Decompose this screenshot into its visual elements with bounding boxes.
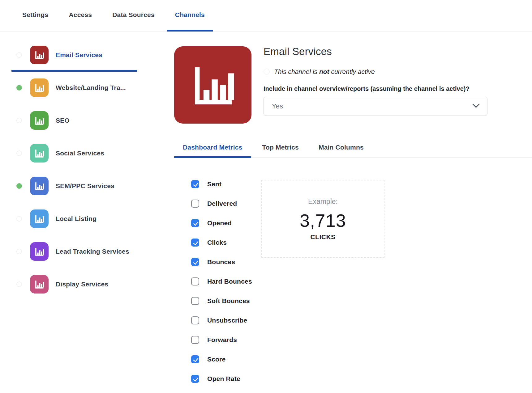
sidebar-item-local-listing[interactable]: Local Listing	[0, 202, 145, 235]
metrics-tab-bar: Dashboard Metrics Top Metrics Main Colum…	[174, 138, 532, 158]
metric-row-sent[interactable]: Sent	[191, 180, 252, 200]
bar-chart-icon	[30, 78, 49, 97]
channel-label: Website/Landing Tra...	[56, 84, 126, 91]
sidebar-item-lead-tracking-services[interactable]: Lead Tracking Services	[0, 235, 145, 268]
channel-detail-header: Email Services This channel is not curre…	[264, 46, 489, 116]
checkbox[interactable]	[191, 316, 199, 324]
metric-row-forwards[interactable]: Forwards	[191, 336, 252, 355]
example-heading: Example:	[308, 197, 338, 206]
bar-chart-icon	[30, 144, 49, 163]
channel-label: Lead Tracking Services	[56, 248, 129, 255]
bar-chart-icon	[30, 209, 49, 228]
include-in-overview-select[interactable]: Yes	[264, 97, 487, 116]
page-title: Email Services	[264, 46, 489, 57]
channel-label: SEM/PPC Services	[56, 182, 114, 190]
tab-access[interactable]: Access	[61, 0, 100, 32]
metric-row-bounces[interactable]: Bounces	[191, 258, 252, 277]
sidebar-item-display-services[interactable]: Display Services	[0, 268, 145, 301]
sidebar-item-social-services[interactable]: Social Services	[0, 137, 145, 170]
checkbox[interactable]	[191, 180, 199, 188]
sidebar-item-website-landing[interactable]: Website/Landing Tra...	[0, 71, 145, 104]
tab-channels[interactable]: Channels	[167, 0, 213, 32]
include-in-overview-question: Include in channel overview/reports (ass…	[264, 85, 489, 92]
select-value: Yes	[272, 102, 472, 110]
metric-label: Clicks	[207, 239, 227, 247]
checkbox[interactable]	[191, 277, 199, 285]
channel-status-dot-icon	[16, 85, 22, 91]
selected-channel-underline	[11, 70, 137, 72]
checkbox[interactable]	[191, 200, 199, 208]
checkbox[interactable]	[191, 258, 199, 266]
tab-main-columns[interactable]: Main Columns	[310, 138, 372, 158]
checkbox[interactable]	[191, 375, 199, 383]
checkbox[interactable]	[191, 336, 199, 344]
metric-row-delivered[interactable]: Delivered	[191, 200, 252, 219]
channel-sidebar: Email Services Website/Landing Tra... SE…	[0, 39, 145, 301]
dashboard-metrics-checklist: Sent Delivered Opened Clicks Bounces Har…	[191, 180, 252, 393]
top-tab-bar: Settings Access Data Sources Channels	[0, 0, 532, 32]
checkbox[interactable]	[191, 239, 199, 247]
metric-label: Opened	[207, 219, 232, 227]
tab-data-sources[interactable]: Data Sources	[104, 0, 163, 32]
metric-label: Forwards	[207, 336, 237, 344]
chevron-down-icon	[472, 104, 480, 109]
channel-status-dot-icon	[16, 183, 22, 189]
channel-label: SEO	[56, 117, 70, 124]
channel-status-circle-icon	[16, 150, 22, 156]
example-preview-box: Example: 3,713 CLICKS	[261, 180, 384, 258]
status-circle-icon	[264, 69, 270, 75]
metric-label: Open Rate	[207, 375, 240, 383]
metric-label: Bounces	[207, 258, 235, 266]
bar-chart-icon	[30, 242, 49, 261]
metric-label: Unsubscribe	[207, 316, 247, 324]
channel-status-circle-icon	[16, 281, 22, 287]
example-unit: CLICKS	[310, 233, 335, 241]
channel-active-note: This channel is not currently active	[264, 68, 489, 75]
sidebar-item-seo[interactable]: SEO	[0, 104, 145, 137]
checkbox[interactable]	[191, 355, 199, 363]
channel-status-circle-icon	[16, 118, 22, 123]
channel-status-circle-icon	[16, 249, 22, 254]
channel-status-circle-icon	[16, 52, 22, 58]
example-value: 3,713	[300, 210, 346, 231]
tab-settings[interactable]: Settings	[14, 0, 56, 32]
channel-label: Display Services	[56, 281, 108, 288]
metric-label: Hard Bounces	[207, 277, 252, 285]
metric-label: Sent	[207, 180, 221, 188]
sidebar-item-email-services[interactable]: Email Services	[0, 39, 145, 71]
metric-label: Score	[207, 355, 225, 363]
metric-row-clicks[interactable]: Clicks	[191, 239, 252, 258]
sidebar-item-sem-ppc-services[interactable]: SEM/PPC Services	[0, 170, 145, 202]
metric-row-score[interactable]: Score	[191, 355, 252, 375]
metric-row-unsubscribe[interactable]: Unsubscribe	[191, 316, 252, 336]
metric-row-soft-bounces[interactable]: Soft Bounces	[191, 297, 252, 316]
tab-top-metrics[interactable]: Top Metrics	[253, 138, 307, 158]
channel-label: Social Services	[56, 150, 104, 157]
channel-label: Local Listing	[56, 215, 97, 222]
channel-active-note-text: This channel is not currently active	[274, 68, 375, 75]
metric-label: Delivered	[207, 200, 237, 208]
bar-chart-icon	[30, 177, 49, 195]
channel-label: Email Services	[56, 51, 102, 59]
checkbox[interactable]	[191, 297, 199, 305]
bar-chart-icon	[30, 275, 49, 294]
metric-row-open-rate[interactable]: Open Rate	[191, 375, 252, 393]
metric-row-hard-bounces[interactable]: Hard Bounces	[191, 277, 252, 297]
metric-label: Soft Bounces	[207, 297, 250, 305]
bar-chart-icon	[30, 111, 49, 130]
channel-status-circle-icon	[16, 216, 22, 222]
checkbox[interactable]	[191, 219, 199, 227]
channel-hero-bar-chart-icon	[174, 46, 251, 124]
bar-chart-icon	[30, 46, 49, 64]
tab-dashboard-metrics[interactable]: Dashboard Metrics	[174, 138, 251, 158]
metric-row-opened[interactable]: Opened	[191, 219, 252, 239]
